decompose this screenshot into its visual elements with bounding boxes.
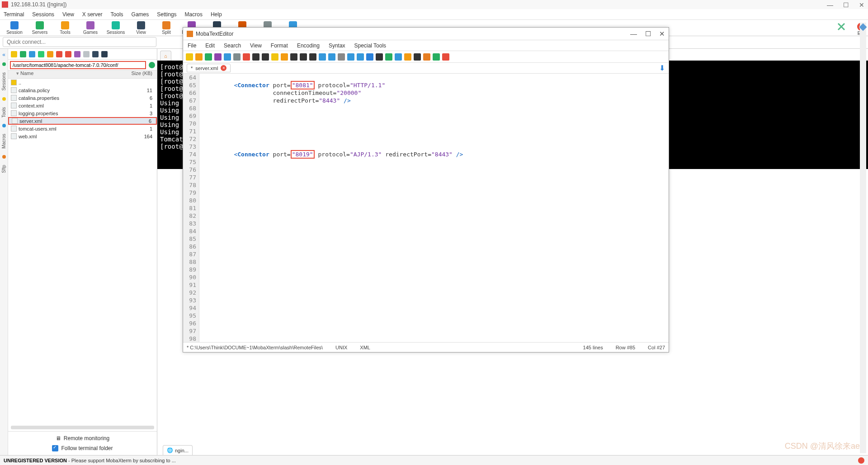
edit-icon[interactable] — [74, 51, 80, 57]
editor-tool-27[interactable] — [442, 53, 449, 61]
editor-tool-20[interactable] — [376, 53, 383, 61]
view-icon[interactable] — [83, 51, 90, 57]
editor-title-bar[interactable]: MobaTextEditor — ☐ ✕ — [183, 28, 669, 40]
menu-sessions[interactable]: Sessions — [32, 11, 54, 18]
editor-tool-7[interactable] — [252, 53, 259, 61]
home-tab[interactable]: ⌂ — [160, 51, 171, 61]
editor-tool-19[interactable] — [366, 53, 373, 61]
toolbar-view[interactable]: View — [129, 21, 153, 35]
status-error-icon[interactable] — [858, 457, 864, 464]
editor-tool-8[interactable] — [262, 53, 269, 61]
col-name[interactable]: Name — [20, 70, 33, 76]
menu-settings[interactable]: Settings — [157, 11, 176, 18]
folder-icon[interactable] — [11, 51, 17, 57]
side-tab-tools[interactable]: Tools — [1, 105, 6, 119]
editor-tool-4[interactable] — [224, 53, 231, 61]
editor-minimize-button[interactable]: — — [630, 30, 637, 38]
editor-tool-26[interactable] — [433, 53, 440, 61]
toolbar-split[interactable]: Split — [155, 21, 178, 35]
upload-icon[interactable] — [29, 51, 35, 57]
editor-menu-file[interactable]: File — [188, 42, 196, 49]
editor-maximize-button[interactable]: ☐ — [645, 30, 651, 38]
editor-tool-24[interactable] — [414, 53, 421, 61]
editor-tool-11[interactable] — [290, 53, 297, 61]
file-row[interactable]: catalina.policy11 — [8, 86, 157, 94]
code-content[interactable]: <Connector port="8081" protocol="HTTP/1.… — [199, 74, 669, 342]
file-row[interactable]: web.xml164 — [8, 132, 157, 140]
editor-tool-25[interactable] — [423, 53, 430, 61]
clip-icon[interactable] — [859, 23, 867, 31]
refresh-icon[interactable] — [38, 51, 44, 57]
code-editor[interactable]: 64 65 66 67 68 69 70 71 72 73 74 75 76 7… — [183, 74, 669, 342]
menu-terminal[interactable]: Terminal — [4, 11, 24, 18]
new-folder-icon[interactable] — [47, 51, 53, 57]
editor-tool-22[interactable] — [395, 53, 402, 61]
editor-menu-special[interactable]: Special Tools — [354, 42, 387, 49]
editor-tool-9[interactable] — [271, 53, 278, 61]
close-tab-icon[interactable]: × — [221, 65, 226, 71]
toolbar-sessions[interactable]: Sessions — [104, 21, 127, 35]
editor-tool-0[interactable] — [186, 53, 193, 61]
file-row[interactable]: tomcat-users.xml1 — [8, 125, 157, 132]
minimize-button[interactable]: — — [827, 1, 833, 9]
editor-close-button[interactable]: ✕ — [659, 30, 665, 38]
file-row[interactable]: logging.properties3 — [8, 109, 157, 117]
side-tab-sftp[interactable]: Sftp — [1, 163, 6, 175]
col-size[interactable]: Size (KB) — [108, 70, 157, 78]
editor-tool-15[interactable] — [328, 53, 335, 61]
menu-xserver[interactable]: X server — [82, 11, 103, 18]
editor-tool-3[interactable] — [214, 53, 222, 61]
file-row[interactable]: context.xml1 — [8, 102, 157, 109]
editor-tool-6[interactable] — [243, 53, 250, 61]
file-row[interactable]: .. — [8, 79, 157, 86]
editor-tab-serverxml[interactable]: * server.xml × — [187, 64, 231, 72]
editor-menu-search[interactable]: Search — [224, 42, 241, 49]
session-tab-nginx[interactable]: 🌐 ngin... — [163, 445, 193, 455]
editor-menu-view[interactable]: View — [250, 42, 262, 49]
editor-tool-23[interactable] — [404, 53, 411, 61]
editor-tool-16[interactable] — [338, 53, 345, 61]
terminal-icon[interactable] — [101, 51, 108, 57]
menu-view[interactable]: View — [62, 11, 74, 18]
stop-icon[interactable] — [65, 51, 71, 57]
menu-help[interactable]: Help — [211, 11, 222, 18]
follow-terminal-checkbox[interactable]: Follow terminal folder — [52, 445, 113, 451]
file-row[interactable]: server.xml6 — [8, 117, 157, 125]
editor-tool-21[interactable] — [385, 53, 392, 61]
editor-tool-13[interactable] — [309, 53, 316, 61]
editor-tool-10[interactable] — [281, 53, 288, 61]
menu-games[interactable]: Games — [132, 11, 149, 18]
editor-menu-syntax[interactable]: Syntax — [329, 42, 345, 49]
close-button[interactable]: ✕ — [859, 1, 864, 9]
file-row[interactable]: catalina.properties6 — [8, 94, 157, 102]
editor-menu-edit[interactable]: Edit — [205, 42, 215, 49]
checkbox-icon — [52, 445, 58, 451]
toolbar-tools[interactable]: Tools — [53, 21, 77, 35]
delete-icon[interactable] — [56, 51, 62, 57]
xserver-icon[interactable] — [837, 23, 845, 31]
editor-tool-18[interactable] — [357, 53, 364, 61]
menu-tools[interactable]: Tools — [111, 11, 123, 18]
editor-scroll-down-icon[interactable]: ⬇ — [659, 64, 665, 72]
toolbar-games[interactable]: Games — [79, 21, 102, 35]
editor-menu-format[interactable]: Format — [271, 42, 288, 49]
toolbar-session[interactable]: Session — [3, 21, 26, 35]
editor-tool-14[interactable] — [319, 53, 326, 61]
scrollbar-horizontal[interactable] — [11, 426, 154, 429]
sftp-path-input[interactable] — [10, 61, 146, 69]
editor-tool-1[interactable] — [195, 53, 203, 61]
editor-tool-2[interactable] — [205, 53, 212, 61]
menu-macros[interactable]: Macros — [185, 11, 203, 18]
editor-tool-17[interactable] — [347, 53, 354, 61]
side-tab-macros[interactable]: Macros — [1, 132, 6, 150]
editor-menu-encoding[interactable]: Encoding — [297, 42, 320, 49]
side-tab-sessions[interactable]: Sessions — [1, 70, 6, 93]
editor-tool-12[interactable] — [300, 53, 307, 61]
maximize-button[interactable]: ☐ — [843, 1, 849, 9]
quick-connect-input[interactable] — [3, 37, 156, 47]
toolbar-servers[interactable]: Servers — [28, 21, 52, 35]
remote-monitoring-button[interactable]: 🖥 Remote monitoring — [56, 435, 109, 442]
editor-tool-5[interactable] — [233, 53, 241, 61]
download-icon[interactable] — [20, 51, 26, 57]
props-icon[interactable] — [92, 51, 99, 57]
